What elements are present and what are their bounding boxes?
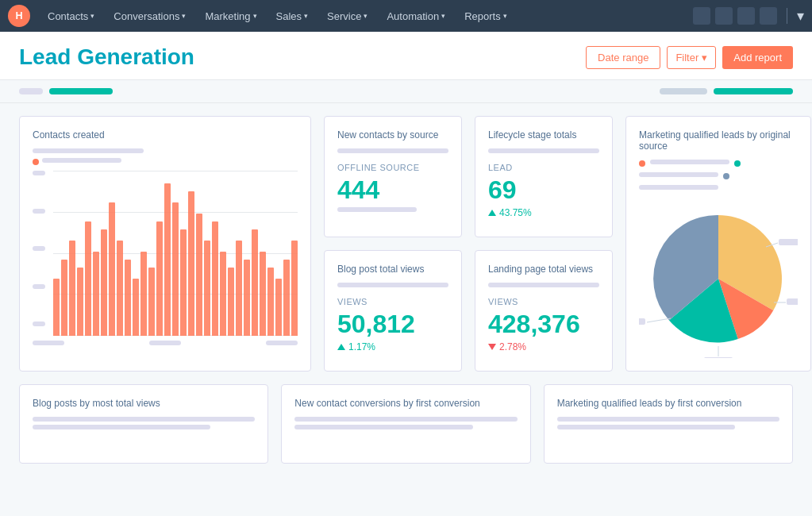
- chevron-down-icon: ▾: [182, 12, 186, 20]
- skel: [294, 417, 517, 422]
- hubspot-logo[interactable]: H: [8, 5, 30, 27]
- bar: [61, 260, 67, 336]
- bar: [93, 252, 99, 336]
- new-contacts-title: New contacts by source: [337, 129, 448, 141]
- bar: [156, 221, 163, 336]
- contacts-created-title: Contacts created: [33, 129, 298, 141]
- chevron-down-icon: ▾: [90, 12, 94, 20]
- bar: [148, 268, 155, 336]
- filter-left: [19, 88, 113, 94]
- metric-change-up: 1.17%: [337, 341, 448, 352]
- bar: [275, 279, 282, 336]
- bar: [133, 279, 139, 336]
- nav-icon-4[interactable]: [760, 7, 777, 25]
- mql-legend: [639, 160, 798, 193]
- filter-right: [660, 88, 793, 94]
- bottom-card-1: Blog posts by most total views: [19, 384, 268, 464]
- chevron-down-icon: ▾: [364, 12, 368, 20]
- filter-button[interactable]: Filter ▾: [667, 46, 716, 69]
- skel-1: [33, 148, 144, 153]
- bar: [164, 183, 171, 336]
- chevron-down-icon: ▾: [304, 12, 308, 20]
- metric-label: VIEWS: [337, 297, 448, 306]
- skel: [33, 417, 255, 422]
- pie-label-2: [787, 298, 798, 305]
- mql-title: Marketing qualified leads by original so…: [639, 129, 798, 152]
- bar-chart-area: [53, 171, 298, 336]
- y-label: [33, 322, 45, 326]
- nav-conversations[interactable]: Conversations ▾: [106, 0, 194, 32]
- y-label: [33, 284, 45, 289]
- nav-icon-3[interactable]: [737, 7, 755, 25]
- skel: [33, 425, 210, 429]
- bar: [252, 229, 258, 336]
- metric-label: OFFLINE SOURCE: [337, 163, 448, 172]
- bottom-card-2-title: New contact conversions by first convers…: [294, 398, 517, 409]
- skel-2: [42, 158, 121, 163]
- legend-dot-3: [723, 173, 729, 179]
- date-range-button[interactable]: Date range: [586, 46, 660, 69]
- filter-tag-1[interactable]: [19, 88, 43, 94]
- bottom-card-1-title: Blog posts by most total views: [33, 398, 255, 409]
- bar: [212, 221, 218, 336]
- contacts-created-card: Contacts created: [19, 116, 311, 372]
- nav-more-icon[interactable]: ▾: [797, 7, 804, 25]
- bar: [125, 260, 131, 336]
- y-axis-area: [33, 171, 298, 336]
- nav-marketing[interactable]: Marketing ▾: [197, 0, 264, 32]
- bar: [85, 221, 91, 336]
- chevron-down-icon: ▾: [503, 12, 507, 20]
- y-label: [33, 171, 45, 175]
- bar: [196, 214, 202, 336]
- bar-chart: [53, 177, 298, 336]
- metric-value: 428,376: [488, 311, 599, 337]
- nav-automation[interactable]: Automation ▾: [379, 0, 453, 32]
- nav-reports[interactable]: Reports ▾: [456, 0, 515, 32]
- bar: [204, 241, 210, 336]
- nav-sales[interactable]: Sales ▾: [268, 0, 317, 32]
- skel: [488, 148, 599, 153]
- legend-dot-2: [734, 160, 741, 167]
- trend-down-icon: [488, 344, 496, 350]
- skel: [557, 425, 735, 429]
- metric-value: 50,812: [337, 311, 448, 337]
- bar: [188, 191, 194, 336]
- top-grid: Contacts created: [19, 116, 793, 372]
- pie-line-3: [647, 318, 671, 322]
- main-nav: H Contacts ▾ Conversations ▾ Marketing ▾…: [0, 0, 812, 32]
- main-content: Contacts created: [0, 103, 812, 476]
- trend-up-icon: [337, 344, 345, 350]
- nav-icon-1[interactable]: [693, 7, 710, 25]
- nav-service[interactable]: Service ▾: [319, 0, 375, 32]
- nav-contacts[interactable]: Contacts ▾: [40, 0, 102, 32]
- svg-text:H: H: [15, 10, 22, 21]
- y-label: [33, 246, 45, 251]
- filter-bar: [0, 80, 812, 103]
- skel: [337, 283, 448, 287]
- x-label: [266, 341, 298, 345]
- chevron-down-icon: ▾: [702, 52, 707, 64]
- pie-chart: [639, 199, 798, 358]
- legend-label-2: [639, 172, 718, 177]
- filter-tag-4[interactable]: [714, 88, 793, 94]
- lifecycle-stage-card: Lifecycle stage totals LEAD 69 43.75%: [475, 116, 613, 237]
- bar: [236, 241, 242, 336]
- pie-label-3: [639, 318, 645, 325]
- skel: [337, 207, 417, 212]
- filter-tag-3[interactable]: [660, 88, 707, 94]
- bar: [267, 268, 274, 336]
- legend-label-3: [639, 185, 718, 190]
- metric-label: VIEWS: [488, 297, 599, 306]
- new-contacts-source-card: New contacts by source OFFLINE SOURCE 44…: [324, 116, 462, 237]
- skel: [557, 417, 779, 422]
- add-report-button[interactable]: Add report: [722, 46, 793, 69]
- mql-source-card: Marketing qualified leads by original so…: [625, 116, 811, 372]
- nav-icon-2[interactable]: [715, 7, 733, 25]
- dot-indicator: [33, 159, 39, 165]
- bar: [291, 241, 298, 336]
- bar: [69, 241, 75, 336]
- legend-label-1: [650, 160, 729, 164]
- bottom-card-2: New contact conversions by first convers…: [281, 384, 530, 464]
- filter-tag-2[interactable]: [49, 88, 113, 94]
- bar: [77, 268, 83, 336]
